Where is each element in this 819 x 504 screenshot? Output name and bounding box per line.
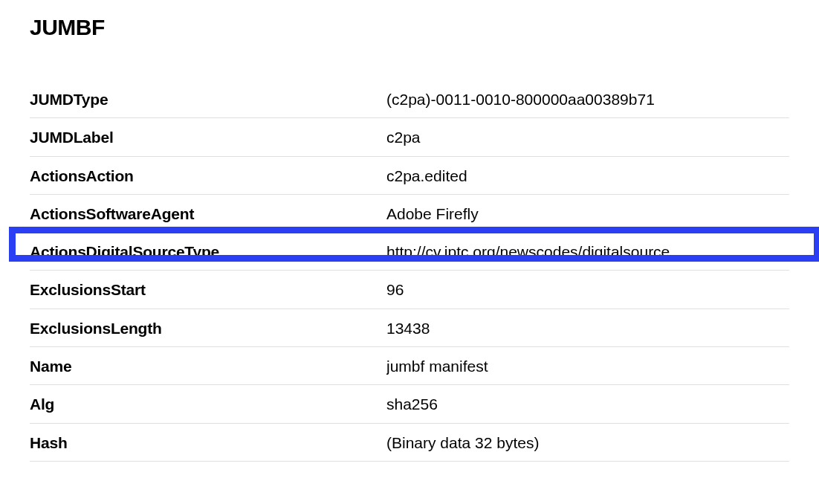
- table-row: Hash (Binary data 32 bytes): [30, 423, 789, 461]
- row-key: ActionsAction: [30, 156, 386, 194]
- table-row: JUMDType (c2pa)-0011-0010-800000aa00389b…: [30, 80, 789, 118]
- table-row: ActionsAction c2pa.edited: [30, 156, 789, 194]
- row-key: ExclusionsLength: [30, 308, 386, 346]
- row-key: JUMDType: [30, 80, 386, 118]
- row-key: JUMDLabel: [30, 118, 386, 156]
- row-value: jumbf manifest: [386, 347, 789, 385]
- metadata-table: JUMDType (c2pa)-0011-0010-800000aa00389b…: [30, 80, 789, 462]
- table-row-highlighted: ActionsDigitalSourceType http://cv.iptc.…: [30, 233, 789, 271]
- table-row: Alg sha256: [30, 385, 789, 423]
- row-key: Hash: [30, 423, 386, 461]
- row-value: http://cv.iptc.org/newscodes/digitalsour…: [386, 233, 789, 271]
- table-row: ExclusionsLength 13438: [30, 308, 789, 346]
- table-row: ActionsSoftwareAgent Adobe Firefly: [30, 194, 789, 232]
- row-value: sha256: [386, 385, 789, 423]
- row-value: Adobe Firefly: [386, 194, 789, 232]
- section-title: JUMBF: [30, 15, 789, 40]
- row-value: c2pa.edited: [386, 156, 789, 194]
- row-value: 96: [386, 271, 789, 308]
- row-key: Name: [30, 347, 386, 385]
- table-row: Name jumbf manifest: [30, 347, 789, 385]
- row-key: ActionsSoftwareAgent: [30, 194, 386, 232]
- metadata-panel: JUMBF JUMDType (c2pa)-0011-0010-800000aa…: [0, 0, 819, 462]
- row-key: ExclusionsStart: [30, 271, 386, 308]
- row-value: c2pa: [386, 118, 789, 156]
- row-key: ActionsDigitalSourceType: [30, 233, 386, 271]
- table-row: ExclusionsStart 96: [30, 271, 789, 308]
- table-row: JUMDLabel c2pa: [30, 118, 789, 156]
- row-value: (c2pa)-0011-0010-800000aa00389b71: [386, 80, 789, 118]
- row-value: (Binary data 32 bytes): [386, 423, 789, 461]
- row-value: 13438: [386, 308, 789, 346]
- row-key: Alg: [30, 385, 386, 423]
